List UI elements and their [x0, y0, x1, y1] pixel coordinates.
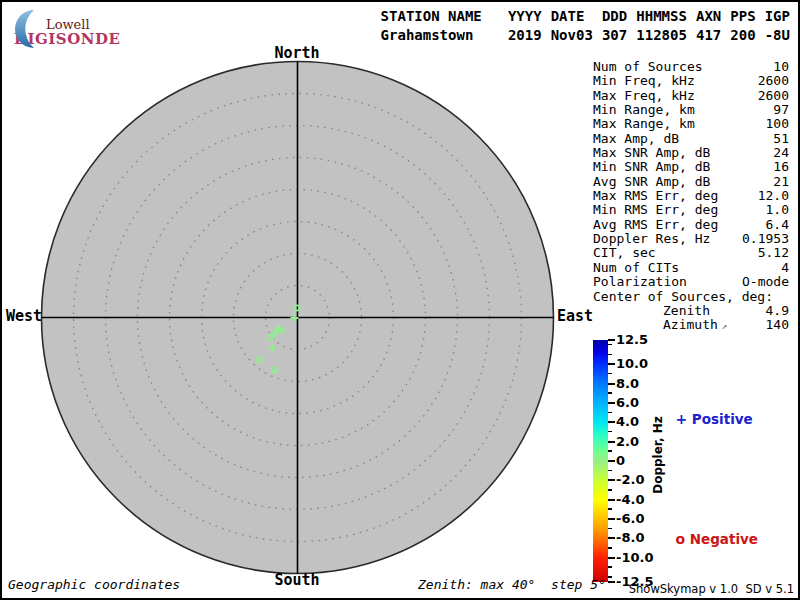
- zenith-scale-label: Zenith: max 40° step 5°: [418, 577, 606, 592]
- colorbar-major-tick: [608, 557, 615, 559]
- colorbar-major-tick: [608, 479, 615, 481]
- colorbar-minor-tick: [608, 450, 612, 452]
- colorbar-minor-tick: [608, 576, 612, 578]
- colorbar-tick-label: -10.0: [616, 550, 653, 565]
- colorbar-tick-label: -4.0: [616, 492, 644, 507]
- colorbar-tick-label: 0: [616, 453, 625, 468]
- colorbar-tick-label: 8.0: [616, 376, 639, 391]
- software-version-label: ShowSkymap v 1.0 SD v 5.1: [629, 582, 794, 596]
- colorbar-tick-label: -2.0: [616, 472, 644, 487]
- colorbar-major-tick: [608, 402, 615, 404]
- colorbar-minor-tick: [608, 412, 612, 414]
- compass-east-label: East: [557, 307, 593, 325]
- circle-symbol-icon: o: [675, 531, 685, 547]
- colorbar-tick-label: 6.0: [616, 395, 639, 410]
- colorbar-minor-tick: [608, 566, 612, 568]
- colorbar-minor-tick: [608, 344, 612, 346]
- legend-negative-label: Negative: [690, 531, 758, 547]
- colorbar-major-tick: [608, 421, 615, 423]
- coordinates-mode-label: Geographic coordinates: [8, 577, 180, 592]
- colorbar-tick-label: -6.0: [616, 511, 644, 526]
- colorbar-tick-label: 10.0: [616, 356, 648, 371]
- colorbar-major-tick: [608, 537, 615, 539]
- compass-south-label: South: [274, 571, 319, 589]
- legend-positive-label: Positive: [692, 411, 753, 427]
- colorbar-major-tick: [608, 339, 615, 341]
- colorbar-minor-tick: [608, 547, 612, 549]
- legend-negative: o Negative: [666, 515, 758, 547]
- colorbar-tick-label: 12.5: [616, 332, 648, 347]
- colorbar-major-tick: [608, 460, 615, 462]
- colorbar-minor-tick: [608, 373, 612, 375]
- colorbar-minor-tick: [608, 354, 612, 356]
- colorbar-tick-label: 4.0: [616, 414, 639, 429]
- colorbar-minor-tick: [608, 528, 612, 530]
- colorbar-tick-label: -8.0: [616, 530, 644, 545]
- plus-symbol-icon: +: [675, 411, 687, 427]
- compass-north-label: North: [274, 44, 319, 62]
- colorbar-tick-label: 2.0: [616, 434, 639, 449]
- colorbar-minor-tick: [608, 470, 612, 472]
- colorbar-minor-tick: [608, 489, 612, 491]
- colorbar-major-tick: [608, 518, 615, 520]
- colorbar-minor-tick: [608, 392, 612, 394]
- colorbar-major-tick: [608, 441, 615, 443]
- colorbar-major-tick: [608, 499, 615, 501]
- colorbar-minor-tick: [608, 431, 612, 433]
- colorbar-major-tick: [608, 581, 615, 583]
- compass-west-label: West: [6, 307, 42, 325]
- colorbar-major-tick: [608, 383, 615, 385]
- legend-positive: + Positive: [666, 395, 753, 427]
- colorbar-minor-tick: [608, 508, 612, 510]
- skymap-plot: [0, 0, 800, 600]
- colorbar-gradient: [593, 340, 608, 582]
- colorbar-major-tick: [608, 363, 615, 365]
